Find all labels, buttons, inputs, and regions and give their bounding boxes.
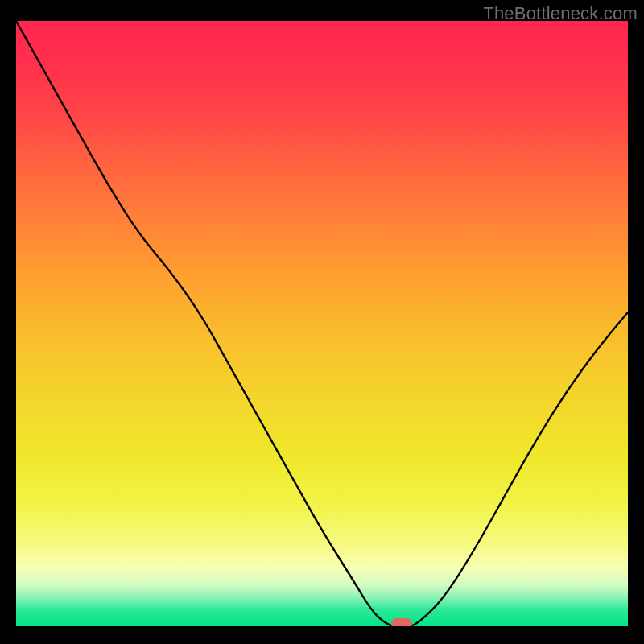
- chart-frame: TheBottleneck.com: [0, 0, 644, 644]
- x-axis-baseline: [16, 626, 628, 628]
- bottleneck-curve: [16, 21, 628, 628]
- watermark-text: TheBottleneck.com: [483, 3, 638, 24]
- plot-area: [16, 21, 628, 628]
